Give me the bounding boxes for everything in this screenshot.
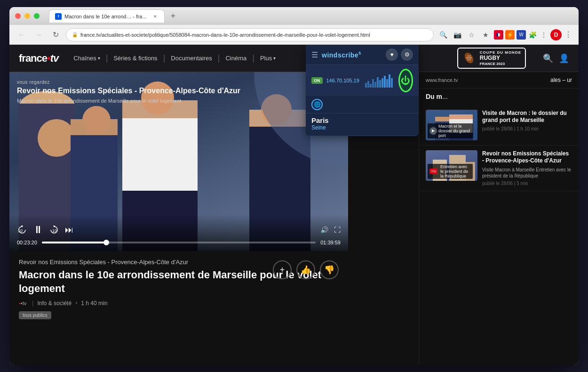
dislike-button[interactable]: 👎	[320, 260, 339, 279]
windscribe-power-button[interactable]: ⏻	[398, 69, 413, 92]
progress-fill	[42, 242, 106, 243]
windscribe-logo: windscribe5	[322, 51, 382, 59]
puzzle-icon[interactable]: 🧩	[528, 30, 537, 40]
meta-separator-2: •	[75, 300, 77, 307]
vous-regardez-label: vous regardez	[17, 80, 50, 85]
user-nav-icon[interactable]: 👤	[559, 53, 569, 64]
menu-dots-icon[interactable]: ⋮	[564, 30, 573, 40]
refresh-button[interactable]: ↻	[49, 28, 62, 41]
windscribe-panel: ☰ windscribe5 ♥ ⚙ ON 146.70.105.19	[306, 45, 419, 136]
lock-icon: 🔒	[72, 32, 78, 37]
forward-10-button[interactable]: 10	[49, 225, 59, 235]
rewind-10-button[interactable]: 10	[17, 225, 27, 235]
related-video-card-1[interactable]: ▶ Macron et le dossier du grand port Vis…	[419, 105, 579, 146]
pause-button[interactable]: ⏸	[33, 224, 43, 236]
search-nav-icon[interactable]: 🔍	[543, 53, 553, 64]
nav-divider-4: |	[252, 53, 254, 63]
logo-dot: •	[47, 52, 50, 65]
forward-button[interactable]: →	[32, 28, 45, 41]
windscribe-city: Paris	[311, 116, 413, 124]
graph-bar	[377, 77, 379, 88]
volume-icon[interactable]: 🔊	[320, 226, 328, 234]
graph-bar	[379, 80, 381, 88]
address-bar: ← → ↻ 🔒 france.tv/actualites-et-societe/…	[9, 25, 579, 45]
tab-bar: f Macron dans le 10e arrond… - france.tv…	[49, 9, 573, 23]
url-text: france.tv/actualites-et-societe/politiqu…	[80, 32, 370, 38]
card1-thumbnail: ▶ Macron et le dossier du grand port	[426, 110, 477, 140]
graph-bar	[391, 78, 393, 88]
nav-plus[interactable]: Plus ▾	[256, 52, 279, 65]
progress-bar-container: 00:23:20 01:39:59	[17, 240, 341, 245]
title-bar: f Macron dans le 10e arrond… - france.tv…	[9, 7, 579, 25]
fullscreen-button[interactable]	[34, 13, 40, 19]
tab-close-button[interactable]: ✕	[152, 13, 159, 20]
flag-fr-icon[interactable]: 🇫🇷	[494, 30, 503, 40]
video-controls: 10 ⏸ 10	[9, 214, 348, 251]
action-buttons: + 👍 👎	[273, 260, 339, 279]
video-thumbnail[interactable]: vous regardez Revoir nos Emissions Spéci…	[9, 72, 348, 251]
ext-icon-2[interactable]: ⚡	[505, 30, 515, 40]
logo-france: france	[19, 52, 47, 65]
related-video-card-2[interactable]: +tv Entretien avec le président de la Ré…	[419, 146, 579, 191]
star-icon[interactable]: ★	[480, 29, 491, 40]
card1-info: Visite de Macron : le dossier du grand p…	[482, 110, 572, 140]
graph-bar	[389, 74, 390, 88]
bookmark-icon[interactable]: ☆	[466, 29, 477, 40]
close-button[interactable]	[15, 13, 21, 19]
nav-divider-3: |	[218, 53, 220, 63]
below-video-wrapper: Revoir nos Emissions Spéciales - Provenc…	[9, 251, 348, 327]
screenshot-icon[interactable]: 📷	[452, 29, 463, 40]
search-icon[interactable]: 🔍	[437, 29, 449, 40]
new-tab-button[interactable]: +	[167, 9, 180, 23]
video-player: vous regardez Revoir nos Emissions Spéci…	[9, 72, 348, 251]
windscribe-on-badge: ON	[311, 77, 323, 84]
video-show-title: Revoir nos Emissions Spéciales - Provenc…	[17, 86, 240, 96]
windscribe-region: Seine	[311, 124, 413, 131]
nav-cinema[interactable]: Cinéma	[222, 52, 250, 65]
rugby-badge[interactable]: COUPE DU MONDE RUGBY FRANCE 2023	[457, 48, 526, 69]
card2-thumbnail: +tv Entretien avec le président de la Ré…	[426, 150, 477, 181]
add-button[interactable]: +	[273, 260, 292, 279]
back-button[interactable]: ←	[15, 28, 28, 41]
next-button[interactable]: ⏭	[65, 225, 73, 235]
du-moment-title: Du m…	[419, 89, 579, 105]
nav-chaines[interactable]: Chaînes ▾	[70, 52, 103, 65]
minimize-button[interactable]	[24, 13, 30, 19]
nav-series[interactable]: Séries & fictions	[110, 52, 161, 65]
ftv-site: france • tv Chaînes ▾ | Séries & fiction…	[9, 45, 579, 365]
toolbar-icons: 🔍 📷 ☆ ★ 🇫🇷 ⚡ W 🧩 ⋮ D ⋮	[437, 29, 573, 40]
main-area: vous regardez Revoir nos Emissions Spéci…	[9, 72, 579, 365]
traffic-lights	[15, 13, 40, 19]
video-title-overlay: Revoir nos Emissions Spéciales - Provenc…	[17, 86, 240, 104]
total-time: 01:39:59	[320, 240, 341, 245]
browser-content: france • tv Chaînes ▾ | Séries & fiction…	[9, 45, 579, 365]
windscribe-version: 5	[358, 51, 361, 56]
card2-info: Revoir nos Emissions Spéciales - Provenc…	[482, 150, 572, 186]
progress-track[interactable]	[42, 242, 316, 243]
plus-tv-logo: ••tv	[19, 300, 26, 306]
graph-bar	[384, 76, 386, 88]
windscribe-settings-icon[interactable]: ⚙	[401, 49, 413, 61]
fullscreen-button[interactable]: ⛶	[334, 226, 341, 234]
ext-icon-3[interactable]: W	[516, 30, 526, 40]
card2-date: publié le 28/06 | 5 min	[482, 181, 572, 186]
windscribe-heart-icon[interactable]: ♥	[386, 49, 398, 61]
profile-avatar[interactable]: D	[550, 29, 562, 40]
rugby-logo-icon	[462, 51, 476, 65]
progress-thumb	[103, 240, 109, 245]
windscribe-menu-icon[interactable]: ☰	[311, 50, 318, 59]
card1-title: Visite de Macron : le dossier du grand p…	[482, 110, 572, 124]
address-input[interactable]: 🔒 france.tv/actualites-et-societe/politi…	[66, 28, 434, 41]
rugby-text: COUPE DU MONDE RUGBY FRANCE 2023	[480, 50, 521, 66]
windscribe-location: Paris Seine	[306, 113, 419, 136]
active-tab[interactable]: f Macron dans le 10e arrond… - france.tv…	[49, 9, 165, 23]
dots-icon[interactable]: ⋮	[539, 30, 548, 40]
category-label: Info & société	[37, 300, 72, 307]
like-button[interactable]: 👍	[296, 260, 315, 279]
nav-docs[interactable]: Documentaires	[167, 52, 215, 65]
header-partial: ales – ur	[550, 77, 572, 83]
ftv-site-badge: www.france.tv	[426, 77, 458, 83]
ftv-logo[interactable]: france • tv	[19, 52, 58, 65]
graph-bar	[386, 79, 388, 88]
globe-icon[interactable]: 🌐	[311, 99, 323, 110]
